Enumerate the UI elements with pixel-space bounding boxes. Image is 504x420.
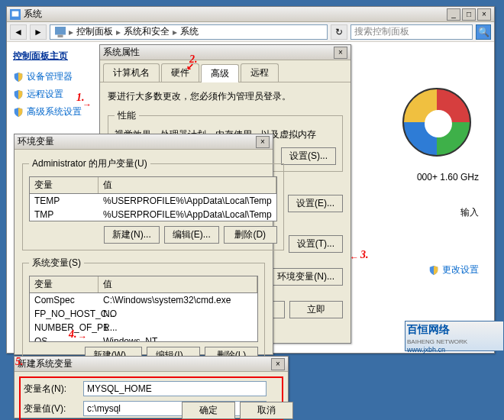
- minimize-button[interactable]: _: [447, 8, 460, 21]
- tabs: 计算机名 硬件 高级 远程: [100, 60, 351, 82]
- dialog-title: 新建系统变量: [18, 357, 271, 370]
- perf-settings-button[interactable]: 设置(S)...: [281, 147, 336, 165]
- svg-rect-3: [58, 34, 63, 37]
- breadcrumb[interactable]: ▸ 控制面板 ▸ 系统和安全 ▸ 系统: [50, 24, 328, 40]
- list-row: TMP%USERPROFILE%\AppData\Local\Temp: [30, 208, 276, 221]
- crumb-3[interactable]: 系统: [180, 25, 199, 38]
- sys-vars-list[interactable]: ComSpecC:\Windows\system32\cmd.exe FP_NO…: [29, 293, 258, 342]
- list-row: FP_NO_HOST_C...NO: [30, 307, 257, 321]
- maximize-button[interactable]: □: [462, 8, 476, 21]
- tab-computer-name[interactable]: 计算机名: [103, 63, 160, 82]
- close-button[interactable]: ×: [334, 47, 347, 59]
- computer-icon: [55, 27, 66, 37]
- arrow-icon: ←: [350, 252, 359, 263]
- promo-banner: 百恒网络 BAIHENG NETWORK www.jxbh.cn: [405, 321, 504, 351]
- arrow-icon: →: [78, 331, 87, 342]
- admin-note: 要进行大多数更改，您必须作为管理员登录。: [108, 90, 343, 103]
- sidebar-title[interactable]: 控制面板主页: [13, 50, 85, 63]
- edit-user-var-button[interactable]: 编辑(E)...: [164, 226, 219, 244]
- close-button[interactable]: ×: [256, 136, 270, 148]
- tab-remote[interactable]: 远程: [241, 63, 279, 82]
- apply-button[interactable]: 立即: [289, 301, 343, 318]
- var-val-label: 变量值(V):: [24, 402, 77, 415]
- settings-e-button[interactable]: 设置(E)...: [288, 195, 343, 212]
- crumb-2[interactable]: 系统和安全: [124, 25, 170, 38]
- search-button[interactable]: 🔍: [476, 24, 491, 40]
- user-vars-group: Administrator 的用户变量(U) 变量 值 TEMP%USERPRO…: [22, 157, 284, 250]
- window-title: 系统: [24, 8, 447, 21]
- titlebar: 新建系统变量 ×: [15, 357, 288, 372]
- arrow-icon: ↙: [186, 61, 194, 72]
- change-settings-link[interactable]: 更改设置: [428, 263, 479, 276]
- search-input[interactable]: 搜索控制面板: [351, 24, 473, 40]
- list-row: TEMP%USERPROFILE%\AppData\Local\Temp: [30, 194, 276, 208]
- forward-button[interactable]: ►: [30, 24, 47, 40]
- shield-icon: [13, 89, 24, 100]
- close-button[interactable]: ×: [271, 358, 285, 370]
- crumb-1[interactable]: 控制面板: [76, 25, 113, 38]
- new-var-buttons: 确定 取消: [182, 402, 293, 419]
- back-button[interactable]: ◄: [10, 24, 27, 40]
- annotation-5: 5.: [15, 356, 24, 368]
- list-row: NUMBER_OF_PR...1: [30, 321, 257, 334]
- windows-logo: [402, 88, 471, 157]
- list-row: ComSpecC:\Windows\system32\cmd.exe: [30, 293, 257, 307]
- list-header: 变量 值: [29, 276, 258, 293]
- svg-rect-2: [55, 27, 66, 35]
- env-vars-button[interactable]: 环境变量(N)...: [269, 268, 343, 286]
- tab-advanced[interactable]: 高级: [201, 64, 239, 82]
- input-label: 输入: [460, 206, 479, 219]
- user-vars-list[interactable]: TEMP%USERPROFILE%\AppData\Local\Temp TMP…: [29, 194, 277, 221]
- close-button[interactable]: ×: [477, 8, 491, 21]
- sidebar-item-device-manager[interactable]: 设备管理器: [13, 70, 85, 83]
- list-header: 变量 值: [29, 176, 277, 194]
- dialog-title: 环境变量: [18, 135, 256, 148]
- annotation-3: 3.: [360, 249, 369, 261]
- annotation-4: 4.: [69, 328, 77, 341]
- list-row: OSWindows_NT: [30, 334, 257, 342]
- new-user-var-button[interactable]: 新建(N)...: [104, 226, 160, 244]
- ok-button[interactable]: 确定: [182, 402, 235, 419]
- shield-icon: [13, 107, 24, 118]
- titlebar: 系统 _ □ ×: [7, 7, 494, 22]
- arrow-icon: →: [82, 99, 92, 110]
- dialog-title: 系统属性: [103, 46, 334, 59]
- env-vars-dialog: 环境变量 × Administrator 的用户变量(U) 变量 值 TEMP%…: [14, 134, 273, 355]
- titlebar: 环境变量 ×: [15, 134, 273, 150]
- cpu-info: 000+ 1.60 GHz: [417, 172, 479, 183]
- system-icon: [10, 9, 21, 20]
- sidebar-item-advanced[interactable]: 高级系统设置: [13, 105, 85, 118]
- delete-user-var-button[interactable]: 删除(D): [224, 226, 277, 244]
- cancel-button[interactable]: 取消: [240, 402, 293, 419]
- svg-rect-1: [12, 11, 19, 16]
- shield-icon: [13, 72, 24, 82]
- var-name-input[interactable]: [83, 381, 267, 396]
- settings-t-button[interactable]: 设置(T)...: [289, 235, 343, 253]
- titlebar: 系统属性 ×: [100, 45, 351, 60]
- toolbar: ◄ ► ▸ 控制面板 ▸ 系统和安全 ▸ 系统 ↻ 搜索控制面板 🔍: [7, 22, 494, 42]
- shield-icon: [428, 265, 439, 276]
- sidebar-item-remote[interactable]: 远程设置: [13, 88, 85, 101]
- var-name-label: 变量名(N):: [24, 383, 77, 396]
- sys-vars-group: 系统变量(S) 变量 值 ComSpecC:\Windows\system32\…: [22, 257, 265, 371]
- refresh-button[interactable]: ↻: [331, 24, 347, 40]
